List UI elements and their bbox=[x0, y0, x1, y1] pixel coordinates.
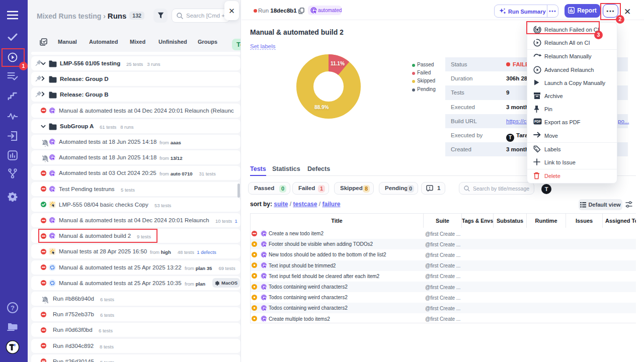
svg-text:?: ? bbox=[11, 304, 15, 312]
svg-text:PDF: PDF bbox=[534, 120, 541, 124]
